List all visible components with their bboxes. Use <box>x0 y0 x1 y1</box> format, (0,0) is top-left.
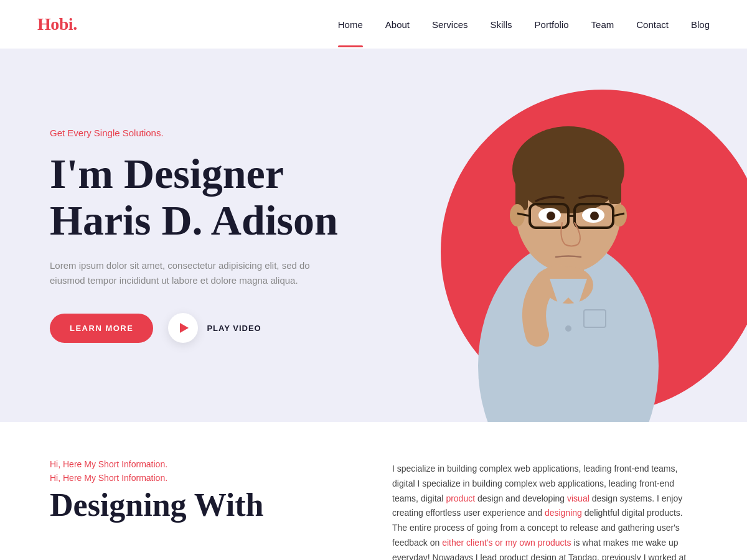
nav-contact[interactable]: Contact <box>636 19 669 30</box>
nav-skills[interactable]: Skills <box>491 19 512 30</box>
hero-image-area <box>361 49 747 422</box>
svg-point-18 <box>565 325 571 332</box>
svg-point-15 <box>547 212 555 220</box>
learn-more-button[interactable]: LEARN MORE <box>50 314 153 343</box>
about-left: Hi, Here My Short Information. Hi, Here … <box>50 459 355 560</box>
play-triangle-icon <box>180 323 189 333</box>
about-heading: Designing With <box>50 487 355 524</box>
svg-rect-5 <box>609 167 621 204</box>
nav-about[interactable]: About <box>385 19 410 30</box>
about-body-text: I specialize in building complex web app… <box>392 462 697 560</box>
nav-team[interactable]: Team <box>591 19 614 30</box>
about-text-content: I specialize in building complex web app… <box>392 464 686 560</box>
logo-dot: . <box>73 14 77 34</box>
svg-point-16 <box>590 212 599 220</box>
svg-point-3 <box>512 126 624 213</box>
play-circle-icon <box>168 313 198 343</box>
hero-content: Get Every Single Solutions. I'm Designer… <box>50 128 411 343</box>
main-nav: Home About Services Skills Portfolio Tea… <box>338 19 710 30</box>
nav-services[interactable]: Services <box>432 19 468 30</box>
nav-blog[interactable]: Blog <box>691 19 710 30</box>
play-video-button[interactable]: PLAY VIDEO <box>168 313 261 343</box>
about-section: Hi, Here My Short Information. Hi, Here … <box>0 422 747 560</box>
hero-actions: LEARN MORE PLAY VIDEO <box>50 313 411 343</box>
nav-portfolio[interactable]: Portfolio <box>535 19 569 30</box>
about-right: I specialize in building complex web app… <box>392 459 697 560</box>
about-label-2: Hi, Here My Short Information. <box>50 473 355 483</box>
logo-text: Hobi <box>37 14 73 34</box>
hero-title-line2: Haris D. Adison <box>50 197 338 244</box>
hero-section: Get Every Single Solutions. I'm Designer… <box>0 49 747 422</box>
hero-title-line1: I'm Designer <box>50 150 284 197</box>
logo[interactable]: Hobi. <box>37 14 77 34</box>
play-video-label: PLAY VIDEO <box>207 324 261 333</box>
hero-description: Lorem ipsum dolor sit amet, consectetur … <box>50 258 311 288</box>
hero-title: I'm Designer Haris D. Adison <box>50 151 411 244</box>
about-label-1: Hi, Here My Short Information. <box>50 459 355 469</box>
person-illustration <box>425 61 712 422</box>
hero-tagline: Get Every Single Solutions. <box>50 128 411 138</box>
svg-rect-4 <box>515 167 528 210</box>
nav-home[interactable]: Home <box>338 19 363 30</box>
header: Hobi. Home About Services Skills Portfol… <box>0 0 747 49</box>
about-heading-line1: Designing With <box>50 487 263 523</box>
